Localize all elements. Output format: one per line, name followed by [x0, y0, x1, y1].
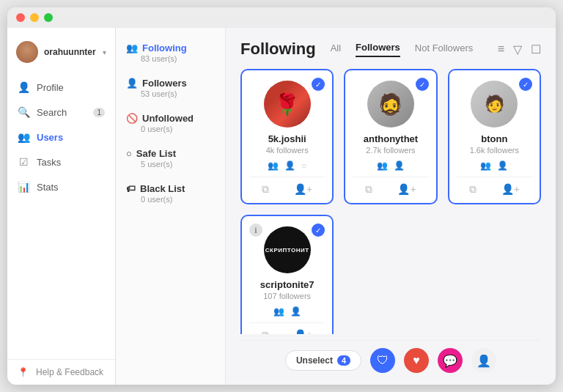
- message-icon[interactable]: ☐: [531, 42, 541, 56]
- help-icon: 📍: [18, 367, 29, 377]
- card-actions-scriptonite: ⧉ 👤+: [249, 322, 325, 334]
- titlebar: [7, 7, 556, 28]
- card-actions-anthony: ⧉ 👤+: [353, 177, 428, 196]
- open-link-icon-anthony[interactable]: ⧉: [365, 183, 372, 196]
- follow-icon-2: 👤: [284, 160, 295, 171]
- logo-text-scriptonite: СКРИПТОНИТ: [265, 247, 309, 254]
- blacklist-icon: 🏷: [126, 183, 136, 194]
- user-card-scriptonite[interactable]: ℹ ✓ СКРИПТОНИТ scriptonite7 107 follower…: [240, 215, 334, 334]
- sidebar-item-search[interactable]: 🔍 Search 1: [7, 100, 115, 125]
- page-title: Following: [240, 40, 316, 59]
- chat-action-button[interactable]: 💬: [438, 348, 463, 373]
- main-content: Following All Followers Not Followers ≡ …: [226, 28, 556, 385]
- user-profile[interactable]: orahuunnter ▾: [7, 35, 115, 69]
- header-actions: ≡ ▽ ☐: [498, 42, 541, 56]
- user-card-anthony[interactable]: ✓ 🧔 anthonythet 2.7k followers 👥 👤: [344, 69, 437, 204]
- avatar-anthony: 🧔: [367, 81, 414, 127]
- user-card-btonn[interactable]: ✓ 🧑 btonn 1.6k followers 👥 👤: [448, 69, 541, 204]
- unfollowed-count: 0 user(s): [126, 125, 215, 133]
- submenu-item-following[interactable]: 👥 Following 83 user(s): [116, 35, 225, 70]
- close-button[interactable]: [16, 13, 25, 22]
- card-icons-scriptonite: 👥 👤: [273, 306, 301, 317]
- shield-action-button[interactable]: 🛡: [370, 348, 395, 373]
- chat-icon: 💬: [443, 354, 457, 368]
- follow-icon-a1: 👥: [377, 160, 388, 171]
- card-followers-joshii: 4k followers: [266, 146, 309, 155]
- submenu-item-blacklist[interactable]: 🏷 Black List 0 user(s): [116, 176, 225, 211]
- sidebar-bottom: 📍 Help & Feedback: [7, 359, 115, 385]
- maximize-button[interactable]: [44, 13, 53, 22]
- unfollowed-label: Unfollowed: [142, 113, 194, 124]
- nav-users-label: Users: [37, 132, 63, 143]
- open-link-icon-scriptonite[interactable]: ⧉: [262, 329, 269, 334]
- avatar: [16, 41, 38, 63]
- following-count: 83 user(s): [126, 54, 215, 63]
- check-badge-btonn: ✓: [519, 78, 532, 91]
- avatar-joshii: 🌹: [264, 81, 311, 127]
- sidebar-item-users[interactable]: 👥 Users: [7, 125, 115, 149]
- followers-icon: 👤: [126, 78, 138, 89]
- bottom-bar: Unselect 4 🛡 ♥ 💬 👤: [240, 340, 541, 377]
- unselect-label: Unselect: [296, 355, 333, 366]
- open-link-icon-btonn[interactable]: ⧉: [469, 183, 476, 196]
- app-window: orahuunnter ▾ 👤 Profile 🔍 Search 1 👥 Use…: [7, 7, 556, 385]
- username-label: orahuunnter: [44, 47, 97, 57]
- follow-icon-s1: 👥: [273, 306, 284, 317]
- blacklist-label: Black List: [140, 183, 185, 194]
- submenu-item-followers[interactable]: 👤 Followers 53 user(s): [116, 70, 225, 106]
- right-panel: 👥 Following 83 user(s) 👤 Followers 53 us…: [116, 28, 556, 385]
- card-actions-joshii: ⧉ 👤+: [249, 177, 325, 196]
- heart-action-button[interactable]: ♥: [404, 348, 429, 373]
- user-card-joshii[interactable]: ✓ 🌹 5k.joshii 4k followers 👥 👤 ○: [240, 69, 334, 204]
- followers-label: Followers: [142, 78, 187, 89]
- app-body: orahuunnter ▾ 👤 Profile 🔍 Search 1 👥 Use…: [7, 28, 556, 385]
- filter-icon[interactable]: ▽: [513, 42, 522, 56]
- add-user-icon-scriptonite[interactable]: 👤+: [294, 329, 312, 334]
- shield-icon: 🛡: [377, 354, 389, 367]
- help-feedback-item[interactable]: 📍 Help & Feedback: [18, 367, 105, 377]
- follow-icon-s2: 👤: [290, 306, 301, 317]
- card-name-btonn: btonn: [481, 133, 507, 144]
- chevron-down-icon: ▾: [103, 48, 106, 56]
- cards-grid: ✓ 🌹 5k.joshii 4k followers 👥 👤 ○: [240, 69, 541, 334]
- search-icon: 🔍: [18, 106, 29, 118]
- add-user-icon-anthony[interactable]: 👤+: [397, 183, 416, 196]
- check-badge-scriptonite: ✓: [312, 223, 325, 237]
- avatar-scriptonite: СКРИПТОНИТ: [264, 226, 311, 273]
- sidebar-item-tasks[interactable]: ☑ Tasks: [7, 149, 115, 174]
- card-name-anthony: anthonythet: [364, 133, 418, 144]
- open-link-icon-joshii[interactable]: ⧉: [262, 183, 269, 196]
- card-followers-anthony: 2.7k followers: [366, 146, 415, 155]
- list-icon[interactable]: ≡: [498, 42, 504, 56]
- nav-search-label: Search: [37, 107, 67, 118]
- check-badge-joshii: ✓: [312, 78, 325, 91]
- tab-followers[interactable]: Followers: [356, 42, 400, 57]
- tab-all[interactable]: All: [331, 42, 341, 56]
- nav-profile-label: Profile: [37, 82, 64, 93]
- users-icon: 👥: [18, 131, 29, 143]
- safelist-count: 5 user(s): [126, 160, 215, 169]
- card-icons-btonn: 👥 👤: [480, 160, 508, 171]
- person-action-button[interactable]: 👤: [471, 348, 496, 373]
- card-icons-anthony: 👥 👤: [377, 160, 405, 171]
- unfollowed-icon: 🚫: [126, 113, 138, 124]
- following-label: Following: [142, 42, 187, 53]
- card-followers-btonn: 1.6k followers: [470, 146, 519, 155]
- add-user-icon-joshii[interactable]: 👤+: [294, 183, 312, 196]
- card-icons-joshii: 👥 👤 ○: [268, 160, 306, 171]
- follow-icon-b1: 👥: [480, 160, 491, 171]
- sidebar-item-profile[interactable]: 👤 Profile: [7, 75, 115, 100]
- follow-icon-1: 👥: [268, 160, 279, 171]
- tab-not-followers[interactable]: Not Followers: [415, 42, 473, 56]
- submenu-item-unfollowed[interactable]: 🚫 Unfollowed 0 user(s): [116, 106, 225, 141]
- following-icon: 👥: [126, 42, 138, 53]
- minimize-button[interactable]: [30, 13, 39, 22]
- followers-count: 53 user(s): [126, 89, 215, 98]
- card-followers-scriptonite: 107 followers: [263, 292, 311, 300]
- tasks-icon: ☑: [18, 156, 29, 168]
- submenu-item-safelist[interactable]: ○ Safe List 5 user(s): [116, 141, 225, 176]
- add-user-icon-btonn[interactable]: 👤+: [501, 183, 520, 196]
- unselect-button[interactable]: Unselect 4: [285, 350, 361, 371]
- heart-icon-joshii: ○: [301, 160, 306, 171]
- sidebar-item-stats[interactable]: 📊 Stats: [7, 174, 115, 199]
